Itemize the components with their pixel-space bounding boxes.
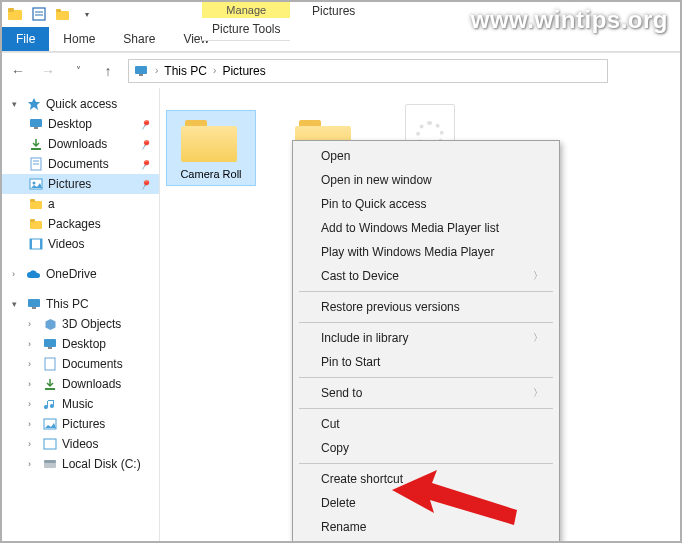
menu-item-pin-start[interactable]: Pin to Start [293,350,559,374]
sidebar-item-label: Documents [62,357,123,371]
annotation-arrow [392,470,522,540]
sidebar-item-pc-desktop[interactable]: ›Desktop [2,334,159,354]
svg-rect-11 [34,127,38,129]
sidebar-item-pc-pictures[interactable]: ›Pictures [2,414,159,434]
pin-icon: 📍 [137,136,153,152]
menu-item-label: Open [321,149,350,163]
menu-item-restore-versions[interactable]: Restore previous versions [293,295,559,319]
sidebar-this-pc[interactable]: ▾This PC [2,294,159,314]
menu-separator [299,408,553,409]
chevron-right-icon[interactable]: › [12,269,22,279]
svg-rect-32 [44,439,56,449]
tab-picture-tools[interactable]: Picture Tools [202,18,290,41]
svg-rect-12 [31,148,41,150]
pictures-icon [42,416,58,432]
menu-item-cast-to-device[interactable]: Cast to Device〉 [293,264,559,288]
menu-item-cut[interactable]: Cut [293,412,559,436]
sidebar-item-videos[interactable]: Videos [2,234,159,254]
chevron-right-icon[interactable]: › [28,399,38,409]
menu-item-label: Send to [321,386,362,400]
menu-item-open[interactable]: Open [293,144,559,168]
window-title: Pictures [312,4,355,18]
chevron-right-icon[interactable]: › [28,339,38,349]
chevron-right-icon[interactable]: › [28,379,38,389]
up-button[interactable]: ↑ [98,63,118,79]
pin-icon: 📍 [137,156,153,172]
menu-item-include-library[interactable]: Include in library〉 [293,326,559,350]
qat-customize-icon[interactable]: ▾ [78,5,96,23]
menu-separator [299,377,553,378]
sidebar-item-label: Videos [48,237,84,251]
chevron-down-icon[interactable]: ▾ [12,99,22,109]
navigation-pane[interactable]: ▾ Quick access Desktop📍 Downloads📍 Docum… [2,88,160,541]
svg-rect-7 [135,66,147,74]
menu-item-open-new-window[interactable]: Open in new window [293,168,559,192]
sidebar-item-packages[interactable]: Packages [2,214,159,234]
chevron-right-icon[interactable]: › [28,439,38,449]
sidebar-item-label: Packages [48,217,101,231]
menu-item-copy[interactable]: Copy [293,436,559,460]
menu-separator [299,322,553,323]
address-bar[interactable]: › This PC › Pictures [128,59,608,83]
recent-locations-button[interactable]: ˅ [68,65,88,76]
menu-item-add-wmp-list[interactable]: Add to Windows Media Player list [293,216,559,240]
sidebar-item-3dobjects[interactable]: ›3D Objects [2,314,159,334]
sidebar-item-pc-music[interactable]: ›Music [2,394,159,414]
chevron-right-icon: 〉 [533,331,543,345]
folder-icon [28,196,44,212]
sidebar-item-a[interactable]: a [2,194,159,214]
sidebar-item-label: Local Disk (C:) [62,457,141,471]
svg-rect-26 [32,307,36,309]
breadcrumb-pictures[interactable]: Pictures [222,64,265,78]
tab-home[interactable]: Home [49,27,109,51]
sidebar-item-pc-documents[interactable]: ›Documents [2,354,159,374]
navigation-toolbar: ← → ˅ ↑ › This PC › Pictures [2,52,680,88]
chevron-right-icon[interactable]: › [28,319,38,329]
svg-rect-6 [56,9,61,12]
folder-item-camera-roll[interactable]: Camera Roll [166,110,256,186]
music-icon [42,396,58,412]
monitor-icon [133,63,149,79]
sidebar-onedrive[interactable]: ›OneDrive [2,264,159,284]
new-folder-qat-icon[interactable] [54,5,72,23]
chevron-right-icon[interactable]: › [28,419,38,429]
breadcrumb-this-pc[interactable]: This PC [164,64,207,78]
properties-qat-icon[interactable] [30,5,48,23]
menu-item-send-to[interactable]: Send to〉 [293,381,559,405]
folder-item-label: Camera Roll [180,168,241,180]
star-icon [26,96,42,112]
sidebar-item-documents[interactable]: Documents📍 [2,154,159,174]
sidebar-quick-access[interactable]: ▾ Quick access [2,94,159,114]
sidebar-item-label: Downloads [48,137,107,151]
sidebar-item-desktop[interactable]: Desktop📍 [2,114,159,134]
sidebar-item-pc-downloads[interactable]: ›Downloads [2,374,159,394]
sidebar-item-label: 3D Objects [62,317,121,331]
menu-item-pin-quick-access[interactable]: Pin to Quick access [293,192,559,216]
menu-item-label: Open in new window [321,173,432,187]
cloud-icon [26,266,42,282]
sidebar-item-pc-videos[interactable]: ›Videos [2,434,159,454]
svg-rect-24 [40,239,42,249]
file-tab[interactable]: File [2,27,49,51]
forward-button[interactable]: → [38,63,58,79]
chevron-right-icon[interactable]: › [211,65,218,76]
videos-icon [42,436,58,452]
sidebar-item-label: This PC [46,297,89,311]
tab-share[interactable]: Share [109,27,169,51]
chevron-right-icon[interactable]: › [153,65,160,76]
sidebar-item-local-disk[interactable]: ›Local Disk (C:) [2,454,159,474]
chevron-down-icon[interactable]: ▾ [12,299,22,309]
svg-rect-23 [30,239,32,249]
menu-item-play-wmp[interactable]: Play with Windows Media Player [293,240,559,264]
chevron-right-icon[interactable]: › [28,359,38,369]
svg-rect-2 [33,8,45,20]
sidebar-item-label: Desktop [48,117,92,131]
pin-icon: 📍 [137,176,153,192]
svg-rect-20 [30,221,42,229]
menu-item-label: Pin to Quick access [321,197,426,211]
sidebar-item-pictures[interactable]: Pictures📍 [2,174,159,194]
back-button[interactable]: ← [8,63,28,79]
documents-icon [42,356,58,372]
sidebar-item-downloads[interactable]: Downloads📍 [2,134,159,154]
chevron-right-icon[interactable]: › [28,459,38,469]
